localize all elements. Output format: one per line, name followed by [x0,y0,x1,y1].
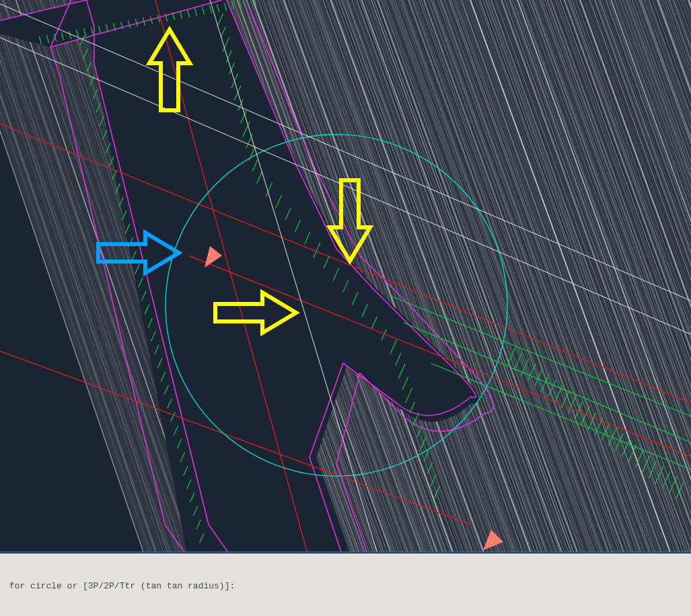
drawing-viewport[interactable] [0,0,691,551]
cad-canvas[interactable] [0,0,691,551]
command-divider [0,551,691,553]
command-line: for circle or [3P/2P/Ttr (tan tan radius… [4,580,687,592]
command-window[interactable]: for circle or [3P/2P/Ttr (tan tan radius… [0,553,691,616]
